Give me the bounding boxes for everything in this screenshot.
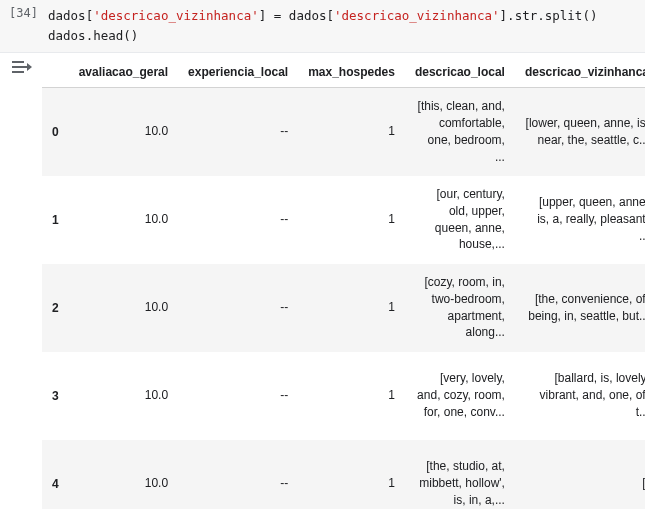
table-cell: -- — [178, 88, 298, 176]
table-cell: -- — [178, 176, 298, 264]
table-cell: [our, century, old, upper, queen, anne, … — [405, 176, 515, 264]
table-cell: [ballard, is, lovely, vibrant, and, one,… — [515, 352, 645, 440]
dataframe-table: avaliacao_geralexperiencia_localmax_hosp… — [42, 57, 645, 509]
output-gutter — [0, 53, 42, 509]
column-header: max_hospedes — [298, 57, 405, 88]
column-header: experiencia_local — [178, 57, 298, 88]
column-header: descricao_local — [405, 57, 515, 88]
table-cell: 1 — [298, 264, 405, 352]
table-cell: [this, clean, and, comfortable, one, bed… — [405, 88, 515, 176]
row-index: 1 — [42, 176, 69, 264]
table-cell: [very, lovely, and, cozy, room, for, one… — [405, 352, 515, 440]
dataframe-wrapper: avaliacao_geralexperiencia_localmax_hosp… — [42, 53, 645, 509]
table-cell: [the, convenience, of, being, in, seattl… — [515, 264, 645, 352]
row-index: 4 — [42, 440, 69, 510]
table-cell: 10.0 — [69, 440, 178, 510]
column-header: avaliacao_geral — [69, 57, 178, 88]
table-cell: 10.0 — [69, 176, 178, 264]
table-cell: [lower, queen, anne, is, near, the, seat… — [515, 88, 645, 176]
table-cell: 10.0 — [69, 264, 178, 352]
row-index: 2 — [42, 264, 69, 352]
toggle-output-icon[interactable] — [12, 61, 30, 75]
table-cell: 10.0 — [69, 352, 178, 440]
table-cell: 1 — [298, 88, 405, 176]
table-cell: [the, studio, at, mibbett, hollow', is, … — [405, 440, 515, 510]
table-row: 210.0--1[cozy, room, in, two-bedroom, ap… — [42, 264, 645, 352]
table-row: 310.0--1[very, lovely, and, cozy, room, … — [42, 352, 645, 440]
table-row: 110.0--1[our, century, old, upper, queen… — [42, 176, 645, 264]
table-cell: 10.0 — [69, 88, 178, 176]
row-index: 3 — [42, 352, 69, 440]
output-area: avaliacao_geralexperiencia_localmax_hosp… — [0, 53, 645, 509]
column-header: descricao_vizinhanca — [515, 57, 645, 88]
table-cell: 1 — [298, 352, 405, 440]
table-cell: [upper, queen, anne, is, a, really, plea… — [515, 176, 645, 264]
index-column-header — [42, 57, 69, 88]
table-cell: [cozy, room, in, two-bedroom, apartment,… — [405, 264, 515, 352]
table-cell: [] — [515, 440, 645, 510]
table-cell: 1 — [298, 176, 405, 264]
code-cell: [34] dados['descricao_vizinhanca'] = dad… — [0, 0, 645, 53]
table-cell: -- — [178, 440, 298, 510]
row-index: 0 — [42, 88, 69, 176]
table-cell: -- — [178, 264, 298, 352]
dataframe-body: 010.0--1[this, clean, and, comfortable, … — [42, 88, 645, 510]
table-row: 410.0--1[the, studio, at, mibbett, hollo… — [42, 440, 645, 510]
table-row: 010.0--1[this, clean, and, comfortable, … — [42, 88, 645, 176]
table-cell: 1 — [298, 440, 405, 510]
table-cell: -- — [178, 352, 298, 440]
dataframe-header: avaliacao_geralexperiencia_localmax_hosp… — [42, 57, 645, 88]
exec-count: [34] — [0, 0, 42, 52]
code-editor[interactable]: dados['descricao_vizinhanca'] = dados['d… — [42, 0, 645, 52]
